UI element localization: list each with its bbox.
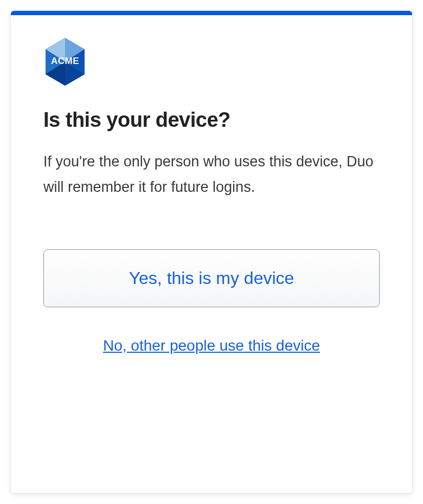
page-description: If you're the only person who uses this … [43,149,380,201]
page-title: Is this your device? [43,108,380,132]
no-shared-device-link[interactable]: No, other people use this device [43,337,380,354]
acme-logo-icon: ACME [43,37,87,87]
device-trust-dialog: ACME Is this your device? If you're the … [11,11,412,493]
logo-text: ACME [51,56,79,66]
yes-my-device-button[interactable]: Yes, this is my device [43,249,380,307]
